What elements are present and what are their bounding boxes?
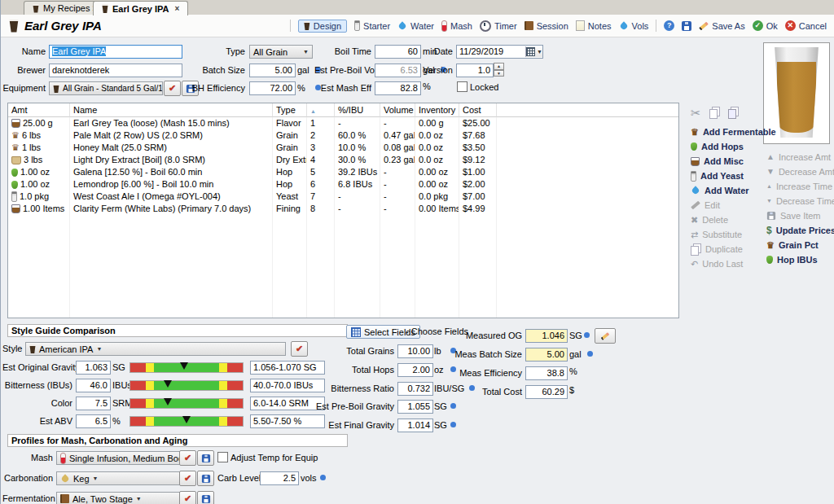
col-name[interactable]: Name — [70, 103, 273, 117]
add-misc-button[interactable]: Add Misc — [691, 154, 776, 169]
tab-earl-grey-ipa[interactable]: Earl Grey IPA × — [93, 1, 188, 15]
toolbar-separator — [290, 20, 291, 32]
bh-efficiency-input[interactable]: 72.00 — [249, 81, 296, 95]
design-button[interactable]: Design — [298, 20, 347, 33]
locked-checkbox[interactable] — [457, 81, 467, 92]
equipment-check-button[interactable]: ✔ — [164, 81, 181, 96]
cancel-button[interactable]: ✕Cancel — [785, 20, 827, 31]
ibu-style-range-bar — [129, 380, 244, 391]
meas-batch-size-input[interactable]: 5.00 — [525, 348, 568, 362]
carb-level-input[interactable]: 2.5 — [260, 471, 299, 485]
vols-button[interactable]: Vols — [619, 21, 649, 31]
add-yeast-button[interactable]: Add Yeast — [691, 169, 776, 183]
col-inventory[interactable]: Inventory — [415, 103, 459, 117]
spinner-down-icon[interactable]: ▼ — [494, 70, 504, 77]
save-as-button[interactable]: Save As — [699, 21, 744, 31]
add-hops-button[interactable]: Add Hops — [691, 139, 776, 154]
meas-efficiency-label: Meas Efficiency — [432, 368, 522, 378]
table-row[interactable]: ♛6 lbs Pale Malt (2 Row) US (2.0 SRM)Gra… — [8, 129, 678, 142]
total-cost-label: Total Cost — [432, 387, 522, 397]
misc-icon — [11, 204, 20, 213]
col-type[interactable]: Type — [273, 103, 307, 117]
fermentation-save-button[interactable] — [197, 491, 214, 504]
mash-check-button[interactable]: ✔ — [179, 450, 196, 466]
spinner-up-icon[interactable]: ▲ — [494, 63, 504, 70]
undo-arrow-icon: ↶ — [691, 260, 698, 269]
col-order[interactable]: ▲ — [307, 103, 335, 117]
table-row[interactable]: ♛1 lbs Honey Malt (25.0 SRM)Grain 310.0 … — [8, 142, 678, 154]
carbonation-combo[interactable]: Keg ▼ — [56, 471, 180, 485]
table-row[interactable]: 1.00 oz Lemondrop [6.00 %] - Boil 10.0 m… — [8, 178, 678, 191]
beersmith-recipe-window: My Recipes >... Earl Grey IPA × Earl Gre… — [0, 0, 834, 504]
table-header-row: Amt Name Type ▲ %/IBU Volume Inventory C… — [8, 103, 678, 117]
measured-og-input[interactable]: 1.046 — [525, 329, 568, 343]
col-amt[interactable]: Amt — [8, 103, 70, 117]
table-row[interactable]: 1.00 Items Clarity Ferm (White Labs) (Pr… — [8, 203, 678, 215]
cut-icon[interactable]: ✂ — [691, 108, 701, 117]
help-button[interactable]: ? — [664, 20, 674, 31]
col-pct-ibu[interactable]: %/IBU — [335, 103, 380, 117]
fermentation-combo[interactable]: Ale, Two Stage ▼ — [56, 492, 180, 504]
hop-icon — [766, 256, 773, 264]
meas-efficiency-input: 38.8 — [525, 366, 568, 380]
paste-icon[interactable] — [728, 109, 736, 119]
carbonation-save-button[interactable] — [197, 471, 214, 486]
bitterness-input: 46.0 — [76, 379, 111, 392]
copy-icon[interactable] — [709, 109, 718, 119]
bh-efficiency-label: BH Efficiency — [190, 83, 245, 93]
col-cost[interactable]: Cost — [459, 103, 497, 117]
yeast-icon — [691, 171, 696, 182]
style-combo[interactable]: American IPA ▼ — [25, 342, 286, 356]
name-input[interactable]: Earl Grey IPA — [49, 45, 182, 59]
ok-button[interactable]: ✓Ok — [753, 20, 778, 31]
date-input[interactable]: 11/29/2019 ▼ — [456, 45, 543, 59]
red-check-icon: ✔ — [184, 493, 191, 504]
starter-button[interactable]: Starter — [354, 20, 390, 31]
brewer-label: Brewer — [2, 65, 46, 75]
save-button[interactable] — [682, 21, 691, 31]
update-prices-button[interactable]: $Update Prices — [766, 223, 834, 238]
tab-earl-grey-ipa-label: Earl Grey IPA — [112, 4, 169, 14]
calendar-dropdown-button[interactable]: ▼ — [525, 46, 542, 57]
chevron-down-icon: ▼ — [96, 346, 102, 352]
og-marker-icon — [180, 362, 188, 370]
fields-grid-icon — [351, 327, 361, 337]
notes-label: Notes — [588, 21, 612, 31]
table-row[interactable]: 3 lbs Light Dry Extract [Boil] (8.0 SRM)… — [8, 154, 678, 166]
grain-pct-button[interactable]: ♛Grain Pct — [766, 238, 834, 252]
date-value: 11/29/2019 — [459, 46, 503, 56]
ingredients-table: Amt Name Type ▲ %/IBU Volume Inventory C… — [7, 103, 679, 318]
carbonation-check-button[interactable]: ✔ — [179, 471, 196, 486]
version-spinner[interactable]: ▲▼ — [494, 63, 504, 77]
delete-x-icon: ✖ — [691, 216, 698, 225]
adjust-temp-checkbox[interactable] — [217, 452, 228, 462]
table-row[interactable]: 25.00 g Earl Grey Tea (loose) (Mash 15.0… — [8, 117, 678, 129]
tab-close-icon[interactable]: × — [175, 4, 180, 13]
batch-size-input[interactable]: 5.00 — [249, 64, 296, 77]
notes-button[interactable]: Notes — [576, 20, 612, 31]
equipment-combo[interactable]: All Grain - Standard 5 Gal/19l Batc — [49, 81, 163, 95]
hop-ibus-button[interactable]: Hop IBUs — [766, 252, 834, 267]
type-combo[interactable]: All Grain ▼ — [249, 45, 313, 59]
mash-profile-combo[interactable]: Single Infusion, Medium Body, No — [56, 451, 180, 465]
col-volume[interactable]: Volume — [380, 103, 415, 117]
version-input[interactable]: 1.0 — [456, 64, 494, 77]
duplicate-button: Duplicate — [691, 242, 776, 256]
batch-size-unit: gal — [297, 65, 309, 75]
water-button[interactable]: Water — [397, 21, 434, 31]
table-row[interactable]: 1.0 pkg West Coast Ale I (Omega #OYL-004… — [8, 191, 678, 203]
mash-save-button[interactable] — [197, 450, 214, 466]
add-fermentable-button[interactable]: ♛Add Fermentable — [691, 125, 776, 139]
timer-button[interactable]: Timer — [480, 20, 517, 32]
brewer-input[interactable]: dareknotderek — [49, 64, 182, 77]
measured-og-edit-button[interactable] — [595, 328, 616, 344]
mash-button[interactable]: Mash — [441, 20, 472, 32]
session-button[interactable]: Session — [525, 21, 568, 31]
est-preboil-gravity-unit: SG — [434, 401, 447, 411]
fermentation-check-button[interactable]: ✔ — [179, 491, 196, 504]
version-label: Version — [406, 65, 453, 75]
est-og-label: Est Original Gravity — [2, 362, 72, 372]
table-row[interactable]: 1.00 oz Galena [12.50 %] - Boil 60.0 min… — [8, 166, 678, 178]
bh-efficiency-unit: % — [297, 83, 305, 93]
add-water-button[interactable]: Add Water — [691, 183, 776, 198]
